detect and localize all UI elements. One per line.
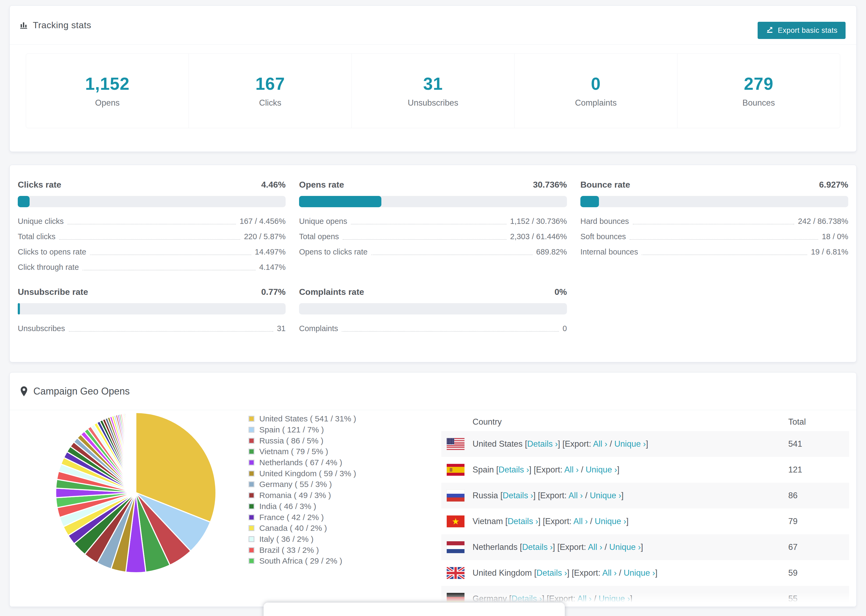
export-basic-stats-button[interactable]: Export basic stats: [757, 22, 846, 39]
rate-detail-value: 4.147%: [259, 263, 286, 272]
export-unique-link[interactable]: Unique ›: [590, 491, 621, 500]
legend-color-swatch: [249, 481, 254, 487]
export-unique-link[interactable]: Unique ›: [609, 542, 641, 552]
legend-color-swatch: [249, 492, 254, 498]
rate-detail-row: Click through rate4.147%: [18, 259, 286, 275]
legend-item: United States ( 541 / 31% ): [249, 413, 356, 424]
country-cell: United States [Details ›] [Export: All ›…: [472, 439, 648, 449]
export-icon: [766, 25, 774, 36]
rate-title: Opens rate: [299, 180, 344, 190]
rate-detail-row: Clicks to opens rate14.497%: [18, 244, 286, 259]
legend-color-swatch: [249, 449, 254, 454]
rate-value: 4.46%: [261, 180, 286, 190]
rate-detail-value: 0: [563, 324, 567, 333]
rate-section-clicks-rate: Clicks rate4.46%Unique clicks167 / 4.456…: [18, 178, 286, 275]
export-all-link[interactable]: All ›: [568, 491, 583, 500]
bracket: ]: [641, 542, 643, 552]
rate-detail-label: Soft bounces: [580, 232, 626, 241]
rate-detail-row: Internal bounces19 / 6.81%: [580, 244, 848, 259]
geo-opens-title: Campaign Geo Opens: [33, 386, 130, 397]
rate-detail-row: Total clicks220 / 5.87%: [18, 229, 286, 244]
legend-label: Germany ( 55 / 3% ): [259, 480, 332, 489]
country-name: United Kingdom: [472, 568, 534, 578]
export-unique-link[interactable]: Unique ›: [586, 465, 617, 475]
dotted-leader: [59, 239, 240, 240]
rate-detail-label: Opens to clicks rate: [299, 248, 368, 256]
rate-detail-row: Hard bounces242 / 86.738%: [580, 214, 848, 229]
country-cell: Vietnam [Details ›] [Export: All › / Uni…: [472, 517, 628, 526]
legend-item: India ( 46 / 3% ): [249, 501, 356, 512]
legend-color-swatch: [249, 514, 254, 520]
rate-title: Bounce rate: [580, 180, 630, 190]
ru-flag-icon: [447, 490, 464, 501]
map-pin-icon: [19, 386, 28, 397]
legend-label: United States ( 541 / 31% ): [259, 414, 356, 423]
rate-detail-row: Complaints0: [299, 321, 567, 336]
rate-section-header: Opens rate30.736%: [299, 178, 567, 192]
rate-detail-value: 220 / 5.87%: [244, 232, 286, 241]
rate-section-unsubscribe-rate: Unsubscribe rate0.77%Unsubscribes31: [18, 285, 286, 336]
export-unique-link[interactable]: Unique ›: [599, 594, 630, 603]
details-link[interactable]: Details ›: [522, 542, 553, 552]
rate-value: 30.736%: [533, 180, 567, 190]
legend-item: Italy ( 36 / 2% ): [249, 534, 356, 545]
slash: /: [617, 568, 624, 578]
table-row-nl: Netherlands [Details ›] [Export: All › /…: [441, 534, 849, 560]
legend-item: Germany ( 55 / 3% ): [249, 479, 356, 490]
details-link[interactable]: Details ›: [512, 594, 542, 603]
rate-title: Clicks rate: [18, 180, 61, 190]
empty-grid-cell: [580, 285, 848, 336]
legend-label: United Kingdom ( 59 / 3% ): [259, 469, 356, 478]
legend-label: South Africa ( 29 / 2% ): [259, 556, 342, 566]
export-all-link[interactable]: All ›: [573, 517, 587, 526]
country-name: Vietnam: [472, 517, 505, 526]
legend-item: South Africa ( 29 / 2% ): [249, 556, 356, 567]
slash: /: [587, 517, 595, 526]
export-all-link[interactable]: All ›: [593, 439, 607, 449]
details-link[interactable]: Details ›: [537, 568, 567, 578]
total-cell: 86: [788, 491, 797, 500]
stat-cell-clicks: 167Clicks: [189, 54, 351, 128]
details-link[interactable]: Details ›: [507, 517, 538, 526]
rate-section-header: Clicks rate4.46%: [18, 178, 286, 192]
dotted-leader: [630, 239, 818, 240]
rate-section-header: Bounce rate6.927%: [580, 178, 848, 192]
export-all-link[interactable]: All ›: [577, 594, 591, 603]
export-unique-link[interactable]: Unique ›: [595, 517, 626, 526]
bracket: ] [Export:: [553, 542, 588, 552]
bracket: ]: [646, 439, 648, 449]
export-all-link[interactable]: All ›: [602, 568, 616, 578]
rate-progress-track: [299, 303, 567, 314]
legend-color-swatch: [249, 427, 254, 433]
export-unique-link[interactable]: Unique ›: [624, 568, 655, 578]
country-name: Netherlands: [472, 542, 520, 552]
table-row-ru: Russia [Details ›] [Export: All › / Uniq…: [441, 483, 849, 509]
rate-detail-label: Click through rate: [18, 263, 79, 272]
details-link[interactable]: Details ›: [503, 491, 533, 500]
rate-detail-row: Soft bounces18 / 0%: [580, 229, 848, 244]
details-link[interactable]: Details ›: [527, 439, 558, 449]
country-cell: Netherlands [Details ›] [Export: All › /…: [472, 542, 643, 552]
rate-detail-label: Internal bounces: [580, 248, 638, 256]
export-all-link[interactable]: All ›: [564, 465, 578, 475]
legend-label: Italy ( 36 / 2% ): [259, 534, 313, 544]
legend-color-swatch: [249, 536, 254, 542]
bracket: ]: [617, 465, 620, 475]
export-all-link[interactable]: All ›: [588, 542, 602, 552]
legend-item: Romania ( 49 / 3% ): [249, 490, 356, 501]
country-name: Russia: [472, 491, 500, 500]
slash: /: [579, 465, 586, 475]
stat-label: Unsubscribes: [408, 98, 458, 108]
legend-color-swatch: [249, 525, 254, 531]
details-link[interactable]: Details ›: [499, 465, 529, 475]
rate-section-opens-rate: Opens rate30.736%Unique opens1,152 / 30.…: [299, 178, 567, 275]
export-unique-link[interactable]: Unique ›: [614, 439, 646, 449]
rate-detail-row: Unsubscribes31: [18, 321, 286, 336]
rate-detail-label: Complaints: [299, 324, 338, 333]
tracking-stats-card: Tracking stats Export basic stats 1,152O…: [9, 5, 857, 152]
legend-item: Vietnam ( 79 / 5% ): [249, 446, 356, 457]
rate-detail-label: Unsubscribes: [18, 324, 65, 333]
country-name: Germany: [472, 594, 509, 603]
country-cell: Germany [Details ›] [Export: All › / Uni…: [472, 594, 632, 603]
legend-color-swatch: [249, 460, 254, 465]
